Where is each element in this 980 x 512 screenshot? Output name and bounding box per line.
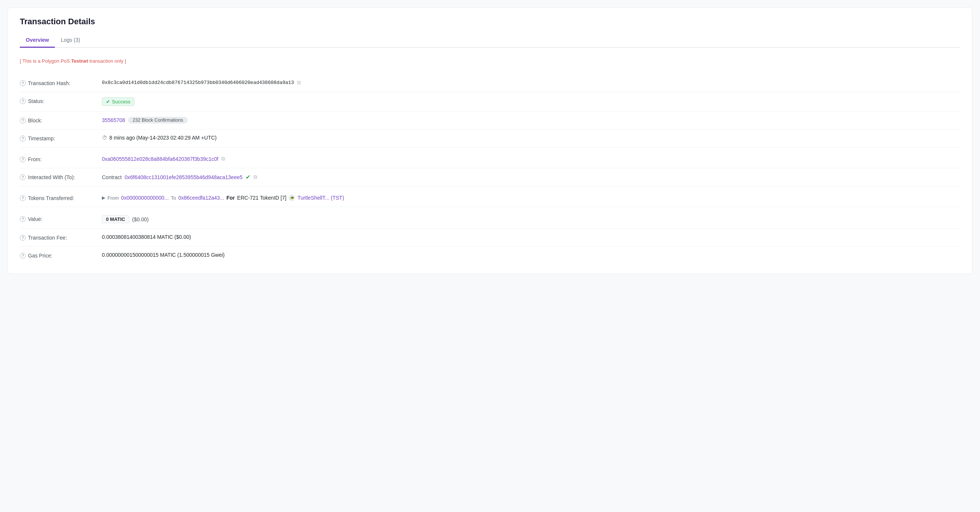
help-icon-fee[interactable]: ? (20, 235, 26, 241)
contract-address-link[interactable]: 0x6f6408cc131001efe2853955b46d948aca13ee… (125, 174, 243, 180)
token-icon: 🐢 (288, 194, 295, 201)
tokens-to-label: To (171, 195, 176, 201)
help-icon-value[interactable]: ? (20, 216, 26, 222)
tokens-from-label: From (108, 195, 119, 201)
copy-from-icon[interactable]: ⧉ (221, 156, 225, 162)
row-timestamp: ? Timestamp: ⏱ 8 mins ago (May-14-2023 0… (20, 129, 960, 148)
from-address-link[interactable]: 0xa060555812e028c8a884bfa6420387f3b39c1c… (102, 156, 218, 162)
value-status: ✔ Success (102, 97, 960, 106)
copy-tx-hash-icon[interactable]: ⧉ (297, 80, 301, 86)
value-from: 0xa060555812e028c8a884bfa6420387f3b39c1c… (102, 156, 960, 162)
status-badge: ✔ Success (102, 97, 134, 106)
testnet-highlight: Testnet (71, 58, 88, 64)
label-block: ? Block: (20, 117, 102, 124)
row-from: ? From: 0xa060555812e028c8a884bfa6420387… (20, 150, 960, 168)
label-transaction-fee: ? Transaction Fee: (20, 234, 102, 241)
help-icon-interacted[interactable]: ? (20, 174, 26, 180)
value-gas-price: 0.000000001500000015 MATIC (1.500000015 … (102, 252, 960, 258)
fee-text: 0.00038081400380814 MATIC ($0.00) (102, 234, 191, 240)
help-icon-status[interactable]: ? (20, 98, 26, 104)
testnet-banner: [ This is a Polygon PoS Testnet transact… (20, 55, 960, 67)
help-icon-tokens[interactable]: ? (20, 195, 26, 201)
clock-icon: ⏱ (102, 135, 107, 141)
row-transaction-hash: ? Transaction Hash: 0x8c3ca0d141d0db1dd2… (20, 74, 960, 92)
label-gas-price: ? Gas Price: (20, 252, 102, 259)
help-icon-timestamp[interactable]: ? (20, 135, 26, 142)
transaction-details-page: Transaction Details Overview Logs (3) [ … (8, 8, 972, 274)
value-interacted-with: Contract 0x6f6408cc131001efe2853955b46d9… (102, 173, 960, 181)
tx-hash-value: 0x8c3ca0d141d0db1dd24cdb876714325b973bb0… (102, 80, 294, 86)
help-icon-tx-hash[interactable]: ? (20, 80, 26, 86)
label-interacted-with: ? Interacted With (To): (20, 173, 102, 180)
help-icon-gas[interactable]: ? (20, 253, 26, 259)
label-status: ? Status: (20, 97, 102, 104)
value-timestamp: ⏱ 8 mins ago (May-14-2023 02:40:29 AM +U… (102, 135, 960, 141)
gas-price-text: 0.000000001500000015 MATIC (1.500000015 … (102, 252, 225, 258)
testnet-suffix: transaction only ] (88, 58, 126, 64)
value-usd: ($0.00) (132, 216, 148, 223)
tokens-from-address[interactable]: 0x0000000000000... (121, 195, 169, 201)
value-amount-badge: 0 MATIC (102, 215, 129, 223)
tokens-for-label: For (226, 195, 235, 201)
contract-verified-icon: ✔ (245, 173, 250, 181)
tokens-transfer-row: ▶ From 0x0000000000000... To 0x86ceedfa1… (102, 194, 344, 201)
label-value: ? Value: (20, 215, 102, 222)
value-transaction-fee: 0.00038081400380814 MATIC ($0.00) (102, 234, 960, 240)
row-status: ? Status: ✔ Success (20, 92, 960, 111)
row-value: ? Value: 0 MATIC ($0.00) (20, 210, 960, 229)
status-check-icon: ✔ (106, 99, 110, 105)
value-block: 35565708 232 Block Confirmations (102, 117, 960, 124)
row-tokens-transferred: ? Tokens Transferred: ▶ From 0x000000000… (20, 189, 960, 207)
testnet-prefix: [ This is a Polygon PoS (20, 58, 71, 64)
token-id-label: ERC-721 TokenID [7] (237, 195, 286, 201)
token-name-link[interactable]: TurtleShellT... (TST) (298, 195, 344, 201)
copy-contract-icon[interactable]: ⧉ (253, 174, 257, 180)
label-tokens-transferred: ? Tokens Transferred: (20, 194, 102, 201)
expand-arrow-icon[interactable]: ▶ (102, 195, 105, 200)
label-transaction-hash: ? Transaction Hash: (20, 80, 102, 86)
status-text: Success (112, 99, 130, 105)
contract-prefix: Contract (102, 174, 122, 180)
tabs-container: Overview Logs (3) (20, 33, 960, 48)
tokens-to-address[interactable]: 0x86ceedfa12a43... (178, 195, 224, 201)
confirmations-badge: 232 Block Confirmations (128, 117, 187, 124)
tab-overview[interactable]: Overview (20, 33, 55, 48)
block-number-link[interactable]: 35565708 (102, 117, 125, 123)
label-from: ? From: (20, 156, 102, 162)
value-tokens-transferred: ▶ From 0x0000000000000... To 0x86ceedfa1… (102, 194, 960, 201)
value-value: 0 MATIC ($0.00) (102, 215, 960, 223)
row-transaction-fee: ? Transaction Fee: 0.00038081400380814 M… (20, 229, 960, 246)
row-interacted-with: ? Interacted With (To): Contract 0x6f640… (20, 168, 960, 186)
row-gas-price: ? Gas Price: 0.000000001500000015 MATIC … (20, 246, 960, 265)
page-title: Transaction Details (20, 17, 960, 27)
timestamp-text: 8 mins ago (May-14-2023 02:40:29 AM +UTC… (109, 135, 217, 141)
help-icon-block[interactable]: ? (20, 118, 26, 124)
tab-logs[interactable]: Logs (3) (55, 33, 86, 48)
value-transaction-hash: 0x8c3ca0d141d0db1dd24cdb876714325b973bb0… (102, 80, 960, 86)
label-timestamp: ? Timestamp: (20, 135, 102, 142)
help-icon-from[interactable]: ? (20, 156, 26, 162)
row-block: ? Block: 35565708 232 Block Confirmation… (20, 111, 960, 129)
